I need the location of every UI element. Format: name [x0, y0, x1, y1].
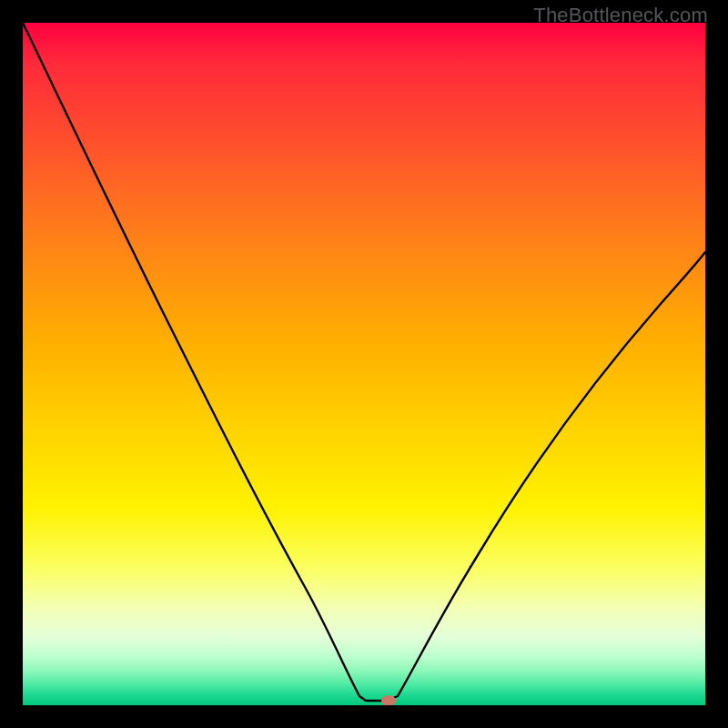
- plot-area: [23, 23, 705, 705]
- curve-svg: [23, 23, 705, 705]
- chart-frame: TheBottleneck.com: [0, 0, 728, 728]
- bottleneck-curve: [23, 23, 705, 701]
